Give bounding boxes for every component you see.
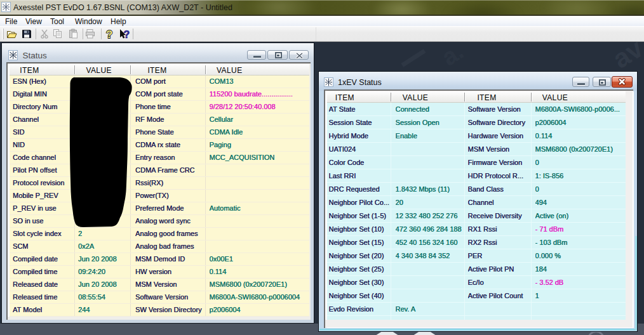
svg-text:?: ? — [106, 29, 112, 41]
svg-text:?: ? — [124, 29, 130, 40]
